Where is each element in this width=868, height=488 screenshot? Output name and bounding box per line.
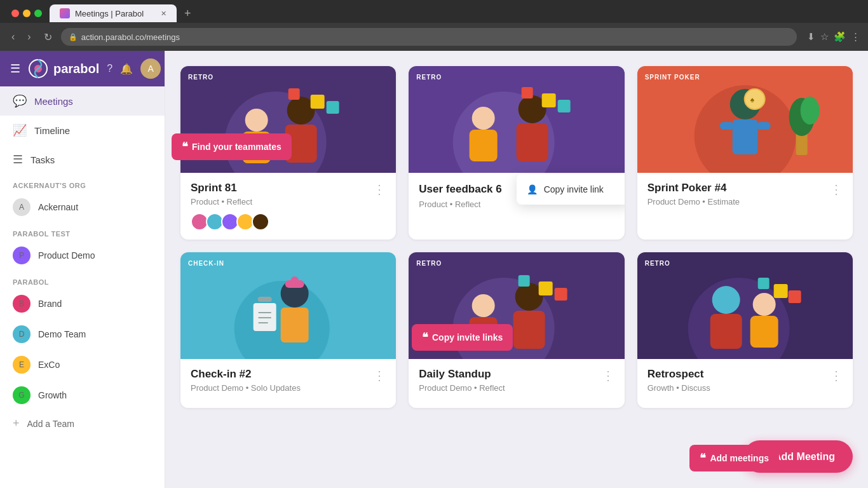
new-tab-btn[interactable]: + xyxy=(179,4,196,23)
card-avatars-sprint-81 xyxy=(191,213,386,231)
meeting-card-user-feedback-6[interactable]: RETRO User feedback 6 xyxy=(409,66,624,240)
meetings-grid: RETRO xyxy=(180,66,853,408)
svg-rect-9 xyxy=(288,88,300,100)
org-section-label: Ackernaut's Org xyxy=(0,174,165,192)
sidebar-team-exco[interactable]: E ExCo xyxy=(0,349,165,380)
demo-team-avatar: D xyxy=(13,325,31,343)
minimize-window-btn[interactable] xyxy=(23,10,31,17)
main-content: ❝ Find your teammates ❝ Copy invite link… xyxy=(165,51,868,488)
sidebar-team-ackernaut[interactable]: A Ackernaut xyxy=(0,192,165,222)
person-add-icon: 👤 xyxy=(527,184,538,194)
sidebar-team-product-demo[interactable]: P Product Demo xyxy=(0,240,165,271)
avatar[interactable]: A xyxy=(140,58,161,79)
add-meeting-label: Add Meeting xyxy=(774,451,835,463)
svg-rect-34 xyxy=(258,297,272,302)
card-menu-sprint-poker-4[interactable]: ⋮ xyxy=(830,182,843,197)
svg-rect-44 xyxy=(555,288,567,301)
meetings-label: Meetings xyxy=(34,96,73,107)
quote-icon-3: ❝ xyxy=(700,451,706,465)
sidebar-item-tasks[interactable]: ☰ Tasks xyxy=(0,145,165,174)
parabol-test-section-label: Parabol Test xyxy=(0,222,165,240)
timeline-icon: 📈 xyxy=(13,123,27,137)
svg-rect-22 xyxy=(756,122,770,130)
card-subtitle-sprint-81: Product • Reflect xyxy=(191,197,386,207)
parabol-section-label: Parabol xyxy=(0,271,165,288)
meetings-icon: 💬 xyxy=(13,94,27,108)
brand-avatar: B xyxy=(13,295,31,313)
card-menu-retrospect[interactable]: ⋮ xyxy=(830,368,843,383)
tooltip-find-teammates: ❝ Find your teammates xyxy=(172,133,292,160)
forward-btn[interactable]: › xyxy=(24,29,34,45)
quote-icon-2: ❝ xyxy=(422,330,428,344)
svg-rect-14 xyxy=(470,130,498,161)
card-image-retrospect: RETRO xyxy=(637,252,853,359)
tooltip-copy-invite-links: ❝ Copy invite links xyxy=(412,324,513,351)
bookmark-icon[interactable]: ☆ xyxy=(820,31,829,43)
card-badge-sprint-poker-4: SPRINT POKER xyxy=(645,74,700,81)
card-menu-daily-standup[interactable]: ⋮ xyxy=(602,368,614,383)
svg-rect-8 xyxy=(327,101,339,114)
card-image-check-in-2: CHECK-IN xyxy=(180,252,396,359)
card-title-daily-standup: Daily Standup xyxy=(419,368,491,381)
demo-team-label: Demo Team xyxy=(38,329,86,339)
card-title-sprint-81: Sprint 81 xyxy=(191,182,237,194)
card-menu-sprint-81[interactable]: ⋮ xyxy=(373,182,386,197)
svg-point-13 xyxy=(472,107,495,130)
card-body-sprint-poker-4: Sprint Poker #4 ⋮ Product Demo • Estimat… xyxy=(637,173,853,222)
svg-point-49 xyxy=(752,293,775,316)
back-btn[interactable]: ‹ xyxy=(8,29,18,45)
help-icon[interactable]: ? xyxy=(107,63,112,74)
svg-point-31 xyxy=(291,276,299,284)
sidebar-team-brand[interactable]: B Brand xyxy=(0,288,165,319)
exco-avatar: E xyxy=(13,356,31,374)
card-badge-check-in-2: CHECK-IN xyxy=(188,260,224,267)
card-image-sprint-poker-4: SPRINT POKER xyxy=(637,66,853,173)
address-bar[interactable]: 🔒 action.parabol.co/meetings xyxy=(61,28,797,46)
quote-icon: ❝ xyxy=(182,140,188,154)
add-team-plus-icon: + xyxy=(13,417,20,430)
svg-rect-20 xyxy=(732,119,757,154)
card-subtitle-retrospect: Growth • Discuss xyxy=(648,383,843,393)
tooltip-add-meetings: ❝ Add meetings xyxy=(689,445,779,471)
hamburger-icon[interactable]: ☰ xyxy=(10,62,20,76)
meeting-card-check-in-2[interactable]: CHECK-IN xyxy=(180,252,396,408)
brand-label: Brand xyxy=(38,299,62,309)
svg-rect-7 xyxy=(311,95,325,109)
card-subtitle-daily-standup: Product Demo • Reflect xyxy=(419,383,614,393)
ackernaut-label: Ackernaut xyxy=(38,202,78,212)
sidebar-team-growth[interactable]: G Growth xyxy=(0,380,165,410)
card-menu-check-in-2[interactable]: ⋮ xyxy=(373,368,386,383)
sidebar-team-demo-team[interactable]: D Demo Team xyxy=(0,319,165,349)
copy-invite-link-item[interactable]: 👤 Copy invite link xyxy=(517,178,625,201)
maximize-window-btn[interactable] xyxy=(34,10,42,17)
sidebar-item-timeline[interactable]: 📈 Timeline xyxy=(0,116,165,145)
sidebar-item-meetings[interactable]: 💬 Meetings xyxy=(0,86,165,116)
exco-label: ExCo xyxy=(38,360,60,370)
download-icon[interactable]: ⬇ xyxy=(807,31,815,43)
close-window-btn[interactable] xyxy=(11,10,19,17)
svg-rect-15 xyxy=(542,93,556,107)
extensions-icon[interactable]: 🧩 xyxy=(834,31,846,43)
browser-toolbar: ‹ › ↻ 🔒 action.parabol.co/meetings ⬇ ☆ 🧩… xyxy=(0,23,868,51)
card-title-check-in-2: Check-in #2 xyxy=(191,368,251,381)
parabol-logo-icon xyxy=(28,58,48,79)
svg-text:♠: ♠ xyxy=(750,95,754,104)
copy-invite-link-label: Copy invite link xyxy=(544,184,604,194)
lock-icon: 🔒 xyxy=(69,33,78,41)
active-tab[interactable]: Meetings | Parabol ✕ xyxy=(50,4,177,22)
svg-rect-17 xyxy=(522,87,533,98)
bell-icon[interactable]: 🔔 xyxy=(120,63,133,75)
meeting-card-retrospect[interactable]: RETRO Retrospect ⋮ xyxy=(637,252,853,408)
svg-rect-43 xyxy=(539,281,553,295)
tab-close-btn[interactable]: ✕ xyxy=(161,10,166,18)
svg-rect-21 xyxy=(719,122,733,130)
ackernaut-avatar: A xyxy=(13,198,31,216)
refresh-btn[interactable]: ↻ xyxy=(40,29,56,46)
tab-favicon xyxy=(60,8,70,18)
add-team-btn[interactable]: + Add a Team xyxy=(0,410,165,437)
tasks-label: Tasks xyxy=(31,154,55,165)
meeting-card-sprint-poker-4[interactable]: SPRINT POKER xyxy=(637,66,853,240)
menu-icon[interactable]: ⋮ xyxy=(851,31,860,43)
svg-point-5 xyxy=(245,109,268,132)
card-body-daily-standup: Daily Standup ⋮ Product Demo • Reflect xyxy=(409,359,624,408)
